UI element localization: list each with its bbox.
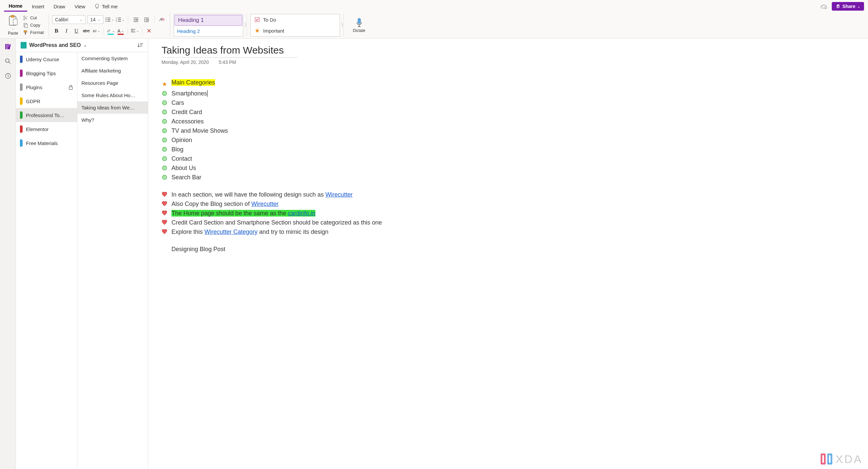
heart-tag-icon <box>161 201 167 206</box>
section-item[interactable]: Professionsl To… <box>16 108 77 122</box>
section-color-tab <box>20 56 23 63</box>
page-item[interactable]: Affiliate Marketing <box>78 64 148 77</box>
bullet-list-button[interactable] <box>105 15 114 24</box>
align-button[interactable] <box>131 27 139 35</box>
tell-me-search[interactable]: Tell me <box>90 2 122 11</box>
svg-point-5 <box>23 18 25 20</box>
tags-gallery[interactable]: To Do ★ Important 〉 <box>250 14 340 37</box>
lightbulb-icon <box>94 4 100 9</box>
svg-rect-38 <box>358 18 361 24</box>
svg-rect-39 <box>5 44 7 49</box>
underline-button[interactable]: U <box>72 27 81 35</box>
heart-tag-icon <box>161 229 167 234</box>
star-icon: ★ <box>254 27 260 34</box>
svg-rect-40 <box>7 44 9 49</box>
section-item[interactable]: Plugins <box>16 80 77 94</box>
page-item[interactable]: Commenting System <box>78 52 148 64</box>
recent-rail-button[interactable] <box>4 72 12 80</box>
list-item: Smartphones <box>172 89 855 98</box>
list-item: Blog <box>172 145 855 154</box>
section-color-tab <box>20 69 23 77</box>
xda-logo-icon <box>819 452 834 466</box>
note-title[interactable]: Taking Ideas from Websites <box>161 45 298 58</box>
note-canvas[interactable]: Taking Ideas from Websites Monday, April… <box>148 38 868 469</box>
share-label: Share <box>842 4 856 9</box>
notebook-selector[interactable]: WordPress and SEO ⌄ <box>16 38 148 52</box>
section-label: Professionsl To… <box>26 112 64 118</box>
circle-tag-icon <box>161 91 167 96</box>
tab-insert[interactable]: Insert <box>27 2 49 11</box>
page-item[interactable]: Taking Ideas from We… <box>78 101 148 114</box>
page-item[interactable]: Some Rules About Ho… <box>78 89 148 101</box>
svg-point-14 <box>106 19 107 20</box>
link[interactable]: Wirecutter <box>326 191 352 198</box>
styles-gallery[interactable]: Heading 1 Heading 2 〉 <box>174 14 243 37</box>
microphone-icon <box>355 18 363 28</box>
strikethrough-button[interactable]: abc <box>82 27 91 35</box>
format-painter-button[interactable]: Format <box>22 29 45 36</box>
styles-more-icon[interactable]: 〉 <box>244 22 249 28</box>
subscript-button[interactable]: x2 <box>92 27 101 35</box>
copy-button[interactable]: Copy <box>22 22 45 29</box>
section-item[interactable]: Udemy Course <box>16 52 77 66</box>
circle-tag-icon <box>161 128 167 134</box>
section-item[interactable]: Elementor <box>16 122 77 136</box>
font-size-select[interactable]: 14⌄ <box>87 15 103 24</box>
svg-point-49 <box>162 119 167 124</box>
circle-tag-icon <box>161 147 167 152</box>
link[interactable]: Wirecutter <box>251 201 278 207</box>
font-color-button[interactable]: A <box>116 27 125 35</box>
share-button[interactable]: Share ⌄ <box>832 2 864 11</box>
tag-todo[interactable]: To Do <box>251 14 340 25</box>
chevron-down-icon: ⌄ <box>857 5 860 8</box>
notebooks-icon <box>5 43 11 50</box>
indent-button[interactable] <box>142 15 151 24</box>
page-item[interactable]: Why? <box>78 114 148 126</box>
section-color-tab <box>20 111 23 119</box>
sort-icon <box>137 42 143 48</box>
tag-important[interactable]: ★ Important <box>251 25 340 36</box>
bold-button[interactable]: B <box>52 27 61 35</box>
tab-view[interactable]: View <box>70 2 90 11</box>
section-item[interactable]: GDPR <box>16 94 77 108</box>
tags-more-icon[interactable]: 〉 <box>341 22 346 28</box>
page-item[interactable]: Resources Page <box>78 77 148 89</box>
search-rail-button[interactable] <box>4 57 12 65</box>
section-item[interactable]: Blogging Tips <box>16 66 77 80</box>
circle-tag-icon <box>161 137 167 143</box>
link[interactable]: cardinfo.in <box>288 210 315 216</box>
italic-button[interactable]: I <box>62 27 71 35</box>
outdent-button[interactable] <box>132 15 140 24</box>
highlight-color-button[interactable] <box>106 27 115 35</box>
delete-button[interactable]: ✕ <box>145 27 154 35</box>
link[interactable]: Wirecutter Category <box>205 229 257 235</box>
svg-point-50 <box>162 129 167 133</box>
subheading: Designing Blog Post <box>172 245 855 254</box>
list-item: Accessories <box>172 117 855 126</box>
tab-draw[interactable]: Draw <box>49 2 70 11</box>
clear-formatting-button[interactable]: A <box>158 15 166 24</box>
svg-rect-12 <box>25 32 26 35</box>
sections-list: Udemy Course Blogging Tips Plugins GDPR … <box>16 52 78 469</box>
font-name-select[interactable]: Calibri⌄ <box>52 15 85 24</box>
dictate-button[interactable]: Dictate <box>347 18 371 33</box>
circle-tag-icon <box>161 175 167 180</box>
ribbon: ⌄ Paste Cut Copy Format Calibri⌄ 14⌄ <box>0 12 868 38</box>
circle-tag-icon <box>161 110 167 115</box>
sync-status-icon[interactable] <box>820 3 827 10</box>
notebooks-rail-button[interactable] <box>4 42 12 51</box>
number-list-button[interactable]: 123 <box>116 15 125 24</box>
watermark: XDA <box>819 452 863 466</box>
menu-bar: Home Insert Draw View Tell me Share ⌄ <box>0 0 868 12</box>
sort-button[interactable] <box>137 42 143 48</box>
section-item[interactable]: Free Materials <box>16 136 77 150</box>
style-heading2[interactable]: Heading 2 <box>174 26 243 36</box>
paste-button[interactable]: ⌄ Paste <box>6 15 20 36</box>
cut-button[interactable]: Cut <box>22 14 45 21</box>
svg-point-42 <box>5 59 9 62</box>
note-body[interactable]: ★Main CategoriesSmartphonesCarsCredit Ca… <box>161 78 855 254</box>
style-heading1[interactable]: Heading 1 <box>175 15 242 26</box>
tab-home[interactable]: Home <box>4 1 27 12</box>
share-icon <box>836 4 840 9</box>
section-label: Elementor <box>26 126 49 132</box>
